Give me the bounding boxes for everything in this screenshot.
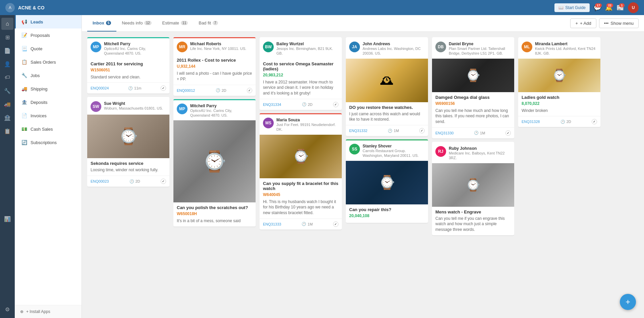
card-header: SW Sue Wright Woburn, Massachusetts 0180… xyxy=(87,98,169,115)
sidebar-icon-bank[interactable]: 🏦 xyxy=(1,112,13,124)
tab-bad-fit[interactable]: Bad fit 7 xyxy=(193,15,223,31)
lead-card[interactable]: DB Daniel Bryne Plan Smart Partner Ltd. … xyxy=(432,37,514,138)
card-footer: ENQ31330 🕐 1M ✓ xyxy=(432,127,514,138)
card-time: 🕐 1M xyxy=(474,131,485,135)
deposits-icon: 🏦 xyxy=(21,100,27,105)
card-body: DO you restore these watches. I just cam… xyxy=(346,102,428,125)
clock-icon: 🕐 xyxy=(302,102,307,107)
sidebar-icon-invoice[interactable]: 📋 xyxy=(1,125,13,137)
lead-card[interactable]: MP Mitchell Parry Optics4U Inc. Carins C… xyxy=(173,99,256,227)
card-time: 🕐 1M xyxy=(302,222,313,226)
estimate-count-badge: 11 xyxy=(181,21,188,25)
add-icon: + xyxy=(575,21,578,26)
check-button[interactable]: ✓ xyxy=(247,88,252,93)
check-button[interactable]: ✓ xyxy=(333,102,338,107)
check-button[interactable]: ✓ xyxy=(505,130,511,136)
topbar-left: A ACNE & CO xyxy=(5,3,45,12)
topbar: A ACNE & CO 📖 Start Guide 💬 17 🔔 22 📰 1 … xyxy=(0,0,644,15)
jobs-icon: 🔧 xyxy=(21,73,27,78)
subscriptions-icon: 🔄 xyxy=(21,140,27,145)
kanban-board: MP Mitchell Parry Optics4U Inc. Carins C… xyxy=(82,32,644,318)
avatar: MP xyxy=(91,42,101,52)
card-footer: ENQ00012 🕐 2D ✓ xyxy=(173,85,256,96)
check-button[interactable]: ✓ xyxy=(419,128,425,133)
add-button[interactable]: + + Add xyxy=(570,18,596,28)
sidebar-item-jobs[interactable]: 🔧 Jobs xyxy=(15,69,82,82)
clock-icon: 🕐 xyxy=(129,179,134,184)
card-footer: ENQ31328 🕐 2D ✓ xyxy=(518,116,600,127)
lead-card[interactable]: SW Sue Wright Woburn, Massachusetts 0180… xyxy=(87,97,169,187)
sidebar-icon-file[interactable]: 📄 xyxy=(1,45,13,57)
lead-card[interactable]: MS Maria Souza Just For Feet. 99191 Neud… xyxy=(260,113,342,230)
needs-info-count-badge: 12 xyxy=(144,21,151,25)
lead-card[interactable]: MR Michael Roberts Life Inc. New York, N… xyxy=(173,37,256,96)
sidebar-item-invoices[interactable]: 📄 Invoices xyxy=(15,109,82,122)
contact-info: Miranda Lambert Kwick Prints Ltd. Ashfor… xyxy=(535,42,597,56)
sidebar-item-quote[interactable]: 📃 Quote xyxy=(15,42,82,55)
contact-info: Bailey Wurtzel Jesops Inc. Birmingham, B… xyxy=(276,42,338,56)
sidebar-icon-wrench[interactable]: 🔧 xyxy=(1,85,13,97)
icon-sidebar: ⌂ ⊞ 📄 👤 🏷 🔧 🚚 🏦 📋 📊 ⚙ xyxy=(0,15,15,318)
card-header: SS Stanley Shover Carrols Restaurant Gro… xyxy=(346,140,428,161)
company-name: ACNE & CO xyxy=(18,5,45,10)
card-header: BW Bailey Wurtzel Jesops Inc. Birmingham… xyxy=(260,38,342,59)
tab-estimate[interactable]: Estimate 11 xyxy=(157,15,194,31)
contact-info: Sue Wright Woburn, Massachusetts 01801. … xyxy=(104,101,166,111)
check-button[interactable]: ✓ xyxy=(333,221,338,227)
tab-needs-info[interactable]: Needs info 12 xyxy=(116,15,157,31)
install-apps-button[interactable]: ⊕ + Install Apps xyxy=(15,305,82,318)
card-image: ⌚ xyxy=(432,59,514,92)
sidebar-item-proposals[interactable]: 📝 Proposals xyxy=(15,28,82,42)
feed-icon-btn[interactable]: 📰 1 xyxy=(616,4,624,11)
tabs-bar: Inbox 5 Needs info 12 Estimate 11 Bad fi… xyxy=(87,15,223,31)
contact-info: Maria Souza Just For Feet. 99191 Neudiet… xyxy=(276,118,338,132)
sidebar-icon-tag[interactable]: 🏷 xyxy=(1,71,13,83)
user-avatar[interactable]: U xyxy=(628,2,639,13)
quote-icon: 📃 xyxy=(21,46,27,51)
sidebar-icon-gear[interactable]: ⚙ xyxy=(1,303,13,315)
start-guide-button[interactable]: 📖 Start Guide xyxy=(554,3,590,12)
messages-badge: 17 xyxy=(595,3,602,7)
card-body: Can you repair this? 20,040,108 xyxy=(346,204,428,223)
content-area: Inbox 5 Needs info 12 Estimate 11 Bad fi… xyxy=(82,15,644,318)
sidebar-icon-home[interactable]: ⌂ xyxy=(1,18,13,30)
lead-card[interactable]: RJ Ruby Johnson Medicare Inc. Balboys, K… xyxy=(432,142,514,235)
sidebar-icon-person[interactable]: 👤 xyxy=(1,58,13,70)
card-image: 🕰 xyxy=(346,59,428,102)
menu-dots-icon: ••• xyxy=(604,21,609,26)
sidebar-item-deposits[interactable]: 🏦 Deposits xyxy=(15,96,82,109)
sidebar-item-cash-sales[interactable]: 💵 Cash Sales xyxy=(15,122,82,136)
contact-info: Daniel Bryne Plan Smart Partner Ltd. Tat… xyxy=(449,42,511,56)
notifications-icon-btn[interactable]: 🔔 22 xyxy=(605,4,612,11)
card-header: ML Miranda Lambert Kwick Prints Ltd. Ash… xyxy=(518,38,600,59)
card-body: Ladies gold watch 8,070,022 Winder broke… xyxy=(518,92,600,116)
lead-card[interactable]: ML Miranda Lambert Kwick Prints Ltd. Ash… xyxy=(518,37,600,127)
avatar: SW xyxy=(91,101,101,112)
card-body: Cost to service Omega Seamaster (ladies)… xyxy=(260,59,342,99)
card-time: 🕐 11m xyxy=(128,86,141,90)
card-image: ⌚ xyxy=(432,163,514,207)
lead-card[interactable]: BW Bailey Wurtzel Jesops Inc. Birmingham… xyxy=(260,37,342,110)
lead-card[interactable]: SS Stanley Shover Carrols Restaurant Gro… xyxy=(346,139,428,223)
lead-card[interactable]: MP Mitchell Parry Optics4U Inc. Carins C… xyxy=(87,37,169,93)
messages-icon-btn[interactable]: 💬 17 xyxy=(594,4,601,11)
kanban-column-1: MP Mitchell Parry Optics4U Inc. Carins C… xyxy=(87,37,169,313)
proposals-icon: 📝 xyxy=(21,33,27,38)
check-button[interactable]: ✓ xyxy=(161,179,166,184)
show-menu-button[interactable]: ••• Show menu xyxy=(599,18,639,28)
sidebar-item-subscriptions[interactable]: 🔄 Subscriptions xyxy=(15,136,82,149)
sidebar-icon-grid[interactable]: ⊞ xyxy=(1,31,13,43)
sidebar-item-shipping[interactable]: 🚚 Shipping xyxy=(15,82,82,96)
sidebar-item-leads[interactable]: 📢 Leads xyxy=(15,15,82,28)
fab-button[interactable]: + xyxy=(620,294,636,310)
tab-inbox[interactable]: Inbox 5 xyxy=(87,15,116,31)
avatar: MP xyxy=(177,104,187,114)
main-layout: ⌂ ⊞ 📄 👤 🏷 🔧 🚚 🏦 📋 📊 ⚙ 📢 Leads 📝 Proposal… xyxy=(0,15,644,318)
card-header: JA John Andrews Andrews Labs Inc. Washin… xyxy=(346,38,428,59)
lead-card[interactable]: JA John Andrews Andrews Labs Inc. Washin… xyxy=(346,37,428,136)
sidebar-icon-truck[interactable]: 🚚 xyxy=(1,98,13,110)
check-button[interactable]: ✓ xyxy=(161,85,166,91)
sidebar-icon-chart[interactable]: 📊 xyxy=(1,213,13,225)
check-button[interactable]: ✓ xyxy=(592,119,597,124)
sidebar-item-sales-orders[interactable]: 📋 Sales Orders xyxy=(15,55,82,69)
